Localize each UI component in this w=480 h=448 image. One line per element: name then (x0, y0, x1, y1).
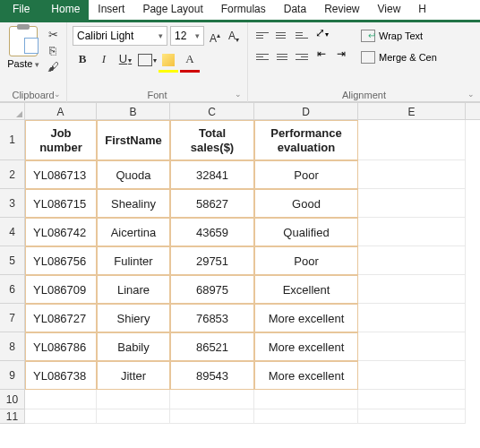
align-middle-button[interactable] (273, 26, 291, 44)
font-size-select[interactable]: 12▾ (170, 26, 204, 46)
cell[interactable] (358, 120, 466, 160)
bold-button[interactable]: B (73, 49, 92, 69)
tab-file[interactable]: File (0, 0, 42, 20)
cell[interactable] (170, 390, 254, 409)
cell[interactable]: More excellent (254, 361, 358, 390)
cell[interactable] (358, 332, 466, 361)
cell[interactable]: Quoda (97, 160, 170, 189)
header-cell[interactable]: Total sales($) (170, 120, 254, 160)
cell[interactable] (358, 390, 466, 409)
italic-button[interactable]: I (94, 49, 114, 69)
align-bottom-button[interactable] (293, 26, 311, 44)
borders-button[interactable]: ▾ (137, 49, 157, 69)
fill-color-button[interactable] (159, 49, 178, 69)
col-header-D[interactable]: D (254, 103, 358, 119)
cell[interactable]: Jitter (97, 361, 170, 390)
tab-help[interactable]: H (409, 0, 435, 20)
row-header[interactable]: 1 (0, 120, 24, 160)
col-header-B[interactable]: B (97, 103, 170, 119)
font-name-select[interactable]: Calibri Light▾ (73, 26, 167, 46)
cell[interactable]: More excellent (254, 304, 358, 332)
cell[interactable]: Babily (97, 332, 170, 361)
increase-indent-button[interactable]: ⇥ (332, 47, 350, 65)
cell[interactable]: YL086727 (25, 304, 97, 332)
cell[interactable] (358, 304, 466, 332)
cell[interactable]: YL086709 (25, 275, 97, 304)
tab-data[interactable]: Data (275, 0, 315, 20)
cell[interactable]: 86521 (170, 332, 254, 361)
merge-center-button[interactable]: Merge & Cen (361, 47, 437, 67)
align-left-button[interactable] (253, 47, 271, 65)
decrease-font-button[interactable]: A▾ (226, 26, 242, 46)
cell[interactable] (97, 390, 170, 409)
row-header[interactable]: 2 (0, 160, 24, 189)
row-header[interactable]: 10 (0, 390, 24, 409)
col-header-C[interactable]: C (170, 103, 254, 119)
cell[interactable] (358, 275, 466, 304)
underline-button[interactable]: U▾ (116, 49, 135, 69)
row-header[interactable]: 3 (0, 189, 24, 218)
cell[interactable] (170, 409, 254, 424)
cell[interactable]: 58627 (170, 189, 254, 218)
row-header[interactable]: 4 (0, 218, 24, 246)
header-cell[interactable]: FirstName (97, 120, 170, 160)
tab-home[interactable]: Home (42, 0, 89, 20)
align-center-button[interactable] (273, 47, 291, 65)
cell[interactable]: More excellent (254, 332, 358, 361)
cell[interactable]: Excellent (254, 275, 358, 304)
cell[interactable]: YL086742 (25, 218, 97, 246)
select-all-corner[interactable] (0, 103, 25, 119)
cell[interactable]: YL086715 (25, 189, 97, 218)
cell[interactable]: Qualified (254, 218, 358, 246)
cell[interactable]: Shealiny (97, 189, 170, 218)
cell[interactable]: Fulinter (97, 246, 170, 275)
cell[interactable] (358, 218, 466, 246)
header-cell[interactable]: Job number (25, 120, 97, 160)
cut-button[interactable]: ✂ (45, 28, 61, 42)
cell[interactable]: YL086786 (25, 332, 97, 361)
col-header-E[interactable]: E (358, 103, 466, 119)
cell[interactable] (358, 409, 466, 424)
format-painter-button[interactable]: 🖌 (45, 60, 61, 74)
row-header[interactable]: 11 (0, 409, 24, 424)
font-color-button[interactable]: A (180, 49, 200, 69)
row-header[interactable]: 6 (0, 275, 24, 304)
cell[interactable]: Linare (97, 275, 170, 304)
align-top-button[interactable] (253, 26, 271, 44)
cell[interactable]: 43659 (170, 218, 254, 246)
cell[interactable]: 76853 (170, 304, 254, 332)
col-header-A[interactable]: A (25, 103, 97, 119)
row-header[interactable]: 5 (0, 246, 24, 275)
cell[interactable] (358, 189, 466, 218)
cell[interactable]: YL086756 (25, 246, 97, 275)
tab-view[interactable]: View (369, 0, 410, 20)
tab-review[interactable]: Review (315, 0, 368, 20)
cell[interactable] (97, 409, 170, 424)
increase-font-button[interactable]: A▴ (207, 26, 223, 46)
cell[interactable] (25, 390, 97, 409)
tab-formulas[interactable]: Formulas (212, 0, 275, 20)
row-header[interactable]: 7 (0, 304, 24, 332)
cell[interactable]: 29751 (170, 246, 254, 275)
cell[interactable] (254, 390, 358, 409)
cell[interactable] (358, 160, 466, 189)
paste-button[interactable]: Paste (5, 26, 41, 69)
cell[interactable] (358, 361, 466, 390)
cell[interactable]: YL086713 (25, 160, 97, 189)
cell[interactable]: Shiery (97, 304, 170, 332)
header-cell[interactable]: Performance evaluation (254, 120, 358, 160)
cell[interactable]: Aicertina (97, 218, 170, 246)
tab-insert[interactable]: Insert (89, 0, 133, 20)
decrease-indent-button[interactable]: ⇤ (313, 47, 330, 65)
row-header[interactable]: 8 (0, 332, 24, 361)
cell[interactable]: 68975 (170, 275, 254, 304)
tab-page-layout[interactable]: Page Layout (133, 0, 211, 20)
cell[interactable]: Poor (254, 246, 358, 275)
cell[interactable] (254, 409, 358, 424)
row-header[interactable]: 9 (0, 361, 24, 390)
align-right-button[interactable] (293, 47, 311, 65)
cell[interactable] (25, 409, 97, 424)
orientation-button[interactable]: ⤢▾ (313, 26, 330, 44)
cell[interactable]: 89543 (170, 361, 254, 390)
cell[interactable]: Good (254, 189, 358, 218)
